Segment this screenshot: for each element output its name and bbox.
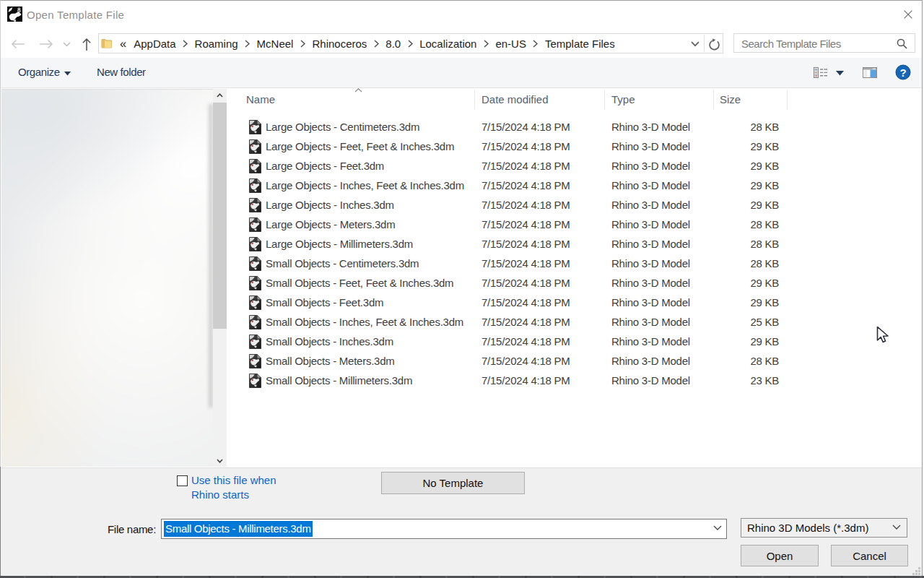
svg-text:?: ? [899, 66, 906, 79]
